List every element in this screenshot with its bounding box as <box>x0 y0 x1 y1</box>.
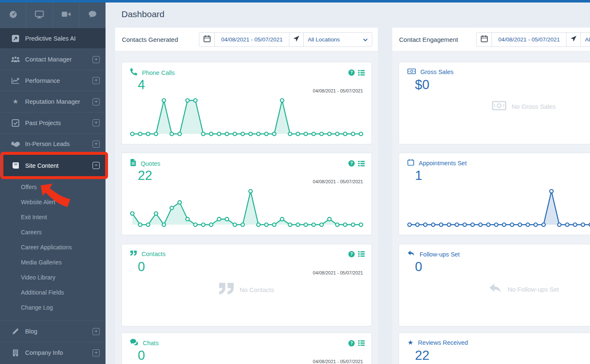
location-button[interactable] <box>289 33 303 46</box>
chats-icon <box>130 339 138 347</box>
help-icon[interactable]: ? <box>348 340 355 346</box>
sidebar-item-site-content[interactable]: Site Content − <box>0 154 106 176</box>
expand-plus-icon[interactable]: + <box>93 328 100 335</box>
submenu-item-career-applications[interactable]: Career Applications <box>0 240 106 255</box>
date-range-field[interactable]: 04/08/2021 - 05/07/2021 <box>492 33 566 46</box>
expand-plus-icon[interactable]: + <box>93 349 100 356</box>
follow-ups-set-card: Follow-ups Set ? 0 No Follow-ups Set <box>399 244 590 326</box>
video-nav-button[interactable] <box>53 3 80 28</box>
location-button[interactable] <box>566 33 580 46</box>
expand-plus-icon[interactable]: + <box>93 141 100 148</box>
sidebar-item-label: In-Person Leads <box>25 141 70 147</box>
appointments-set-card: Appointments Set ? 1 04/08/2021 - 05/07/… <box>399 153 590 235</box>
metric-value: 0 <box>415 259 422 274</box>
empty-state-text: No Follow-ups Set <box>508 286 559 293</box>
sidebar: Predictive Sales AI Contact Manager + Pe… <box>0 3 106 364</box>
expand-plus-icon[interactable]: + <box>93 98 100 105</box>
empty-state-text: No Gross Sales <box>512 103 556 110</box>
gauge-icon <box>9 10 18 20</box>
sidebar-item-reputation-manager[interactable]: ★ Reputation Manager + <box>0 91 106 112</box>
money-bill-icon <box>492 101 506 112</box>
card-title: Phone Calls <box>142 69 175 76</box>
location-arrow-icon <box>570 36 577 44</box>
chevron-down-icon <box>363 36 368 43</box>
metric-date-range: 04/08/2021 - 05/07/2021 <box>313 359 363 364</box>
calendar-button[interactable] <box>199 33 214 46</box>
help-icon[interactable]: ? <box>348 251 355 257</box>
submenu-item-exit-intent[interactable]: Exit Intent <box>0 210 106 225</box>
submenu-item-video-library[interactable]: Video Library <box>0 270 106 285</box>
sidebar-item-label: Contact Manager <box>25 56 72 63</box>
card-title: Chats <box>143 340 159 346</box>
dashboard-page: { "colors": { "topbar_blue": "#1d6bb4", … <box>0 0 590 364</box>
sidebar-item-past-projects[interactable]: Past Projects + <box>0 112 106 133</box>
panel-title: Contacts Generated <box>122 36 178 43</box>
card-title: Follow-ups Set <box>420 251 460 258</box>
metric-value: 0 <box>138 348 145 363</box>
chats-card: Chats ? 0 04/08/2021 - 05/07/2021 <box>121 333 372 364</box>
sidebar-item-predictive-sales-ai[interactable]: Predictive Sales AI <box>0 28 106 49</box>
star-icon: ★ <box>10 98 21 105</box>
appointments-chart <box>404 185 590 231</box>
metric-value: 22 <box>138 168 152 183</box>
dashboard-nav-button[interactable] <box>0 3 26 28</box>
users-icon <box>10 56 21 63</box>
sidebar-item-label: Past Projects <box>25 120 61 126</box>
quote-icon <box>130 250 137 258</box>
card-title: Quotes <box>141 160 160 167</box>
sidebar-item-contact-manager[interactable]: Contact Manager + <box>0 49 106 70</box>
location-select[interactable]: All Locations <box>580 33 590 46</box>
filter-group: 04/08/2021 - 05/07/2021 All Locations <box>476 32 590 47</box>
submenu-item-additional-fields[interactable]: Additional Fields <box>0 285 106 300</box>
sidebar-item-company-info[interactable]: Company Info + <box>0 342 106 363</box>
metric-date-range: 04/08/2021 - 05/07/2021 <box>313 179 363 184</box>
arrow-up-right-square-icon <box>10 35 21 42</box>
list-view-icon[interactable] <box>358 251 365 257</box>
empty-state-text: No Contacts <box>240 286 274 293</box>
building-icon <box>10 349 21 356</box>
reply-arrow-icon <box>489 283 502 295</box>
gross-sales-card: Gross Sales ? $0 No Gross Sales <box>399 62 590 144</box>
reply-arrow-icon <box>407 250 415 258</box>
collapse-minus-icon[interactable]: − <box>93 162 100 169</box>
help-icon[interactable]: ? <box>348 69 355 76</box>
expand-plus-icon[interactable]: + <box>93 56 100 63</box>
panel-title: Contact Engagement <box>399 36 458 43</box>
calendar-icon <box>481 35 488 44</box>
sidebar-item-performance[interactable]: Performance + <box>0 70 106 91</box>
panel-header: Contacts Generated 04/08/2021 - 05/07/20… <box>115 28 378 51</box>
submenu-item-careers[interactable]: Careers <box>0 225 106 240</box>
location-select[interactable]: All Locations <box>303 33 372 46</box>
submenu-item-change-log[interactable]: Change Log <box>0 300 106 315</box>
phone-calls-card: Phone Calls ? 4 04/08/2021 - 05/07/2021 <box>121 62 372 144</box>
expand-plus-icon[interactable]: + <box>93 77 100 84</box>
list-view-icon[interactable] <box>358 70 365 76</box>
desktop-nav-button[interactable] <box>26 3 53 28</box>
metric-date-range: 04/08/2021 - 05/07/2021 <box>313 88 363 93</box>
location-arrow-icon <box>293 36 299 44</box>
list-view-icon[interactable] <box>358 161 365 167</box>
handshake-icon <box>10 141 21 147</box>
contact-engagement-panel: Contact Engagement 04/08/2021 - 05/07/20… <box>392 28 590 364</box>
card-title: Reviews Received <box>418 339 468 346</box>
sidebar-item-label: Reputation Manager <box>25 98 80 105</box>
sidebar-item-blog[interactable]: Blog + <box>0 320 106 342</box>
sidebar-item-label: Site Content <box>25 162 59 169</box>
money-bill-icon <box>407 68 416 76</box>
calendar-button[interactable] <box>477 33 492 46</box>
sidebar-item-in-person-leads[interactable]: In-Person Leads + <box>0 133 106 154</box>
date-range-field[interactable]: 04/08/2021 - 05/07/2021 <box>214 33 289 46</box>
sidebar-item-label: Company Info <box>25 349 63 356</box>
submenu-item-website-alert[interactable]: Website Alert <box>0 195 106 210</box>
panel-header: Contact Engagement 04/08/2021 - 05/07/20… <box>392 28 590 51</box>
list-view-icon[interactable] <box>358 340 365 346</box>
help-icon[interactable]: ? <box>348 160 355 167</box>
submenu-item-media-galleries[interactable]: Media Galleries <box>0 255 106 270</box>
metric-value: $0 <box>415 77 429 92</box>
submenu-item-offers[interactable]: Offers <box>0 179 106 195</box>
sidebar-item-label: Predictive Sales AI <box>25 35 76 42</box>
calendar-icon <box>407 159 414 167</box>
sidebar-item-label: Performance <box>25 77 60 84</box>
chat-nav-button[interactable] <box>80 3 106 28</box>
expand-plus-icon[interactable]: + <box>93 119 100 126</box>
